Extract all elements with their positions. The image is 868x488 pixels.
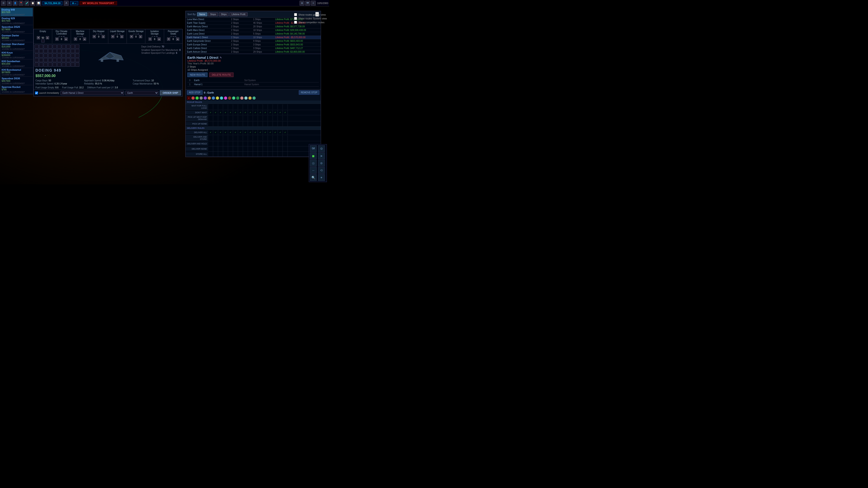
bay-cell[interactable]	[66, 49, 70, 53]
sort-name-btn[interactable]: Name	[197, 12, 207, 16]
rule-check-cell[interactable]: ✓	[253, 104, 258, 109]
rule-check-cell[interactable]: ✓	[218, 121, 223, 126]
rule-check-cell[interactable]: ✓	[283, 135, 288, 140]
rule-check-cell[interactable]: ✓	[218, 147, 223, 151]
rule-check-cell[interactable]: ✓	[238, 116, 243, 121]
rule-check-cell[interactable]: ✓	[218, 135, 223, 140]
galaxy-view-checkbox[interactable]	[294, 13, 297, 16]
cargo-checkbox[interactable]	[41, 39, 44, 42]
bay-cell[interactable]	[48, 49, 52, 53]
ship-list-item[interactable]: Gorman Starchaser $161000 1/1/2062 to 11…	[1, 42, 33, 51]
bay-cell[interactable]	[43, 54, 48, 58]
cargo-decrease-btn[interactable]: ▼	[93, 35, 96, 38]
competitor-routes-option[interactable]: Show competitor routes	[294, 21, 327, 24]
route-row[interactable]: Earth Europa Direct 2 Stops 3 Ships Life…	[186, 43, 321, 46]
rule-check-cell[interactable]: ✓	[243, 141, 248, 146]
rule-check-cell[interactable]: ✓	[243, 110, 248, 115]
bay-cell[interactable]	[75, 58, 79, 62]
bar-icon[interactable]: ≡	[311, 1, 316, 6]
ship-list-item[interactable]: KHI Geodaehan $561000 1/1/2085 to 11/5/2…	[1, 59, 33, 68]
rule-check-cell[interactable]: ✓	[268, 110, 273, 115]
rule-check-cell[interactable]: ✓	[213, 116, 218, 121]
cargo-increase-btn[interactable]: ▲	[46, 36, 49, 39]
rule-check-cell[interactable]: ✓	[258, 147, 263, 151]
mini-btn-10[interactable]: ✦	[318, 174, 325, 181]
stop-row[interactable]: 1 Hamal 1 Hamal System	[187, 83, 319, 87]
route-row[interactable]: Earth Callisto Direct 2 Stops 3 Ships Li…	[186, 46, 321, 50]
rule-check-cell[interactable]: ✓	[223, 135, 228, 140]
rule-check-cell[interactable]: ✓	[233, 130, 238, 135]
rule-check-cell[interactable]: ✓	[263, 141, 268, 146]
ship-list-item[interactable]: KHI Keun $286000 1/1/2064 to 11/5/203432…	[1, 51, 33, 59]
rule-check-cell[interactable]: ✓	[253, 135, 258, 140]
rule-check-cell[interactable]: ✓	[248, 152, 253, 157]
rule-check-cell[interactable]: ✓	[248, 110, 253, 115]
add-stop-button[interactable]: ADD STOP	[187, 90, 203, 95]
location-icon[interactable]: 📍	[19, 1, 24, 6]
rule-check-cell[interactable]: ✓	[233, 147, 238, 151]
rule-check-cell[interactable]: ✓	[248, 141, 253, 146]
mini-btn-2[interactable]: ⚙	[318, 145, 325, 152]
rule-check-cell[interactable]: ✓	[283, 110, 288, 115]
rule-check-cell[interactable]: ✓	[213, 121, 218, 126]
chart-icon[interactable]: 📊	[36, 1, 41, 6]
galaxy-view-option[interactable]: Show routes galaxy view	[294, 13, 327, 16]
bay-cell[interactable]	[71, 54, 75, 58]
rule-check-cell[interactable]: ✓	[268, 135, 273, 140]
rule-check-cell[interactable]: ✓	[233, 135, 238, 140]
rule-check-cell[interactable]: ✓	[238, 104, 243, 109]
rule-check-cell[interactable]: ✓	[283, 130, 288, 135]
rule-check-cell[interactable]: ✓	[253, 110, 258, 115]
rule-check-cell[interactable]: ✓	[273, 147, 278, 151]
order-ship-button[interactable]: ORDER SHIP	[160, 90, 181, 95]
rule-check-cell[interactable]: ✓	[263, 152, 268, 157]
rule-check-cell[interactable]: ✓	[233, 116, 238, 121]
ship-list-item[interactable]: Doeing 949 $557000 1/1/2063 to 11/5/2034…	[1, 8, 33, 17]
rule-check-cell[interactable]: ✓	[233, 121, 238, 126]
ship-list-item[interactable]: Spacebus D530 $467000 1/1/2083 to 11/5/2…	[1, 76, 33, 85]
rule-check-cell[interactable]: ✓	[263, 116, 268, 121]
cargo-increase-btn[interactable]: ▲	[83, 37, 86, 41]
stop-row[interactable]: 0 Earth Sol System	[187, 78, 319, 83]
rule-check-cell[interactable]: ✓	[228, 147, 233, 151]
bay-cell[interactable]	[71, 58, 75, 62]
rule-check-cell[interactable]: ✓	[273, 141, 278, 146]
route-row[interactable]: Earth Antrum Direct 2 Stops 29 Ships Lif…	[186, 50, 321, 54]
rule-check-cell[interactable]: ✓	[273, 110, 278, 115]
rule-check-cell[interactable]: ✓	[238, 141, 243, 146]
rule-check-cell[interactable]: ✓	[238, 121, 243, 126]
bay-cell[interactable]	[66, 54, 70, 58]
route-row[interactable]: Earth Luna Direct 2 Stops 5 Ships Lifeti…	[186, 32, 321, 36]
rule-check-cell[interactable]: ✓	[208, 121, 213, 126]
rule-check-cell[interactable]: ✓	[238, 152, 243, 157]
rule-check-cell[interactable]: ✓	[263, 104, 268, 109]
bay-cell[interactable]	[62, 49, 66, 53]
bay-cell[interactable]	[43, 63, 48, 67]
mini-btn-8[interactable]: ⟲	[318, 167, 325, 174]
rule-check-cell[interactable]: ✓	[238, 130, 243, 135]
rule-check-cell[interactable]: ✓	[218, 104, 223, 109]
bay-cell[interactable]	[35, 44, 39, 48]
route-row[interactable]: Earth Ganymede Direct 2 Stops 9 Ships Li…	[186, 39, 321, 43]
bay-cell[interactable]	[53, 44, 57, 48]
rule-check-cell[interactable]: ✓	[223, 152, 228, 157]
rule-check-cell[interactable]: ✓	[248, 135, 253, 140]
bay-cell[interactable]	[53, 49, 57, 53]
build-icon[interactable]: ⚙	[7, 1, 12, 6]
rule-check-cell[interactable]: ✓	[258, 116, 263, 121]
rule-check-cell[interactable]: ✓	[263, 130, 268, 135]
bay-cell[interactable]	[39, 49, 43, 53]
rule-check-cell[interactable]: ✓	[233, 152, 238, 157]
rule-check-cell[interactable]: ✓	[213, 104, 218, 109]
lab-icon[interactable]: 🧪	[24, 1, 29, 6]
rule-check-cell[interactable]: ✓	[238, 135, 243, 140]
rule-check-cell[interactable]: ✓	[253, 141, 258, 146]
rule-check-cell[interactable]: ✓	[253, 121, 258, 126]
rule-check-cell[interactable]: ✓	[263, 110, 268, 115]
bay-cell[interactable]	[48, 63, 52, 67]
rule-check-cell[interactable]: ✓	[278, 116, 283, 121]
bay-cell[interactable]	[66, 63, 70, 67]
rule-check-cell[interactable]: ✓	[213, 130, 218, 135]
bay-cell[interactable]	[48, 44, 52, 48]
rule-check-cell[interactable]: ✓	[258, 104, 263, 109]
